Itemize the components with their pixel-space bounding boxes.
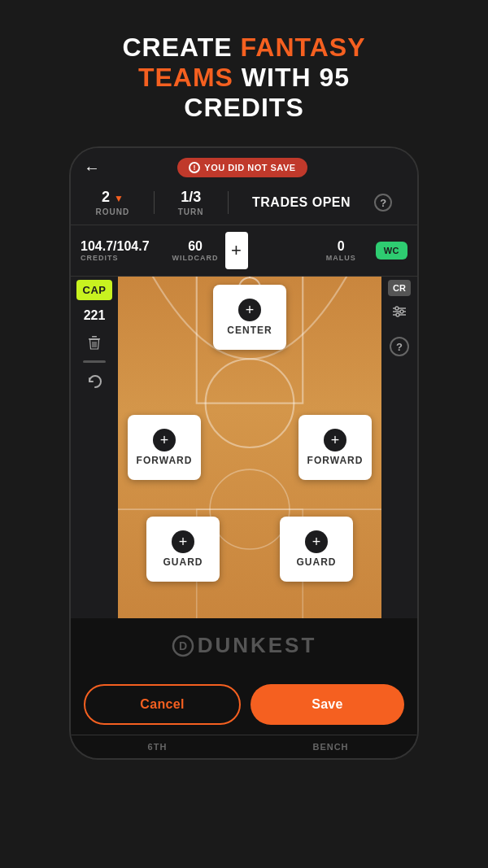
save-button[interactable]: Save xyxy=(251,684,404,725)
wildcard-label: WILDCARD xyxy=(172,254,219,262)
plus-wildcard-button[interactable]: + xyxy=(225,232,248,269)
top-bar: ← ! YOU DID NOT SAVE xyxy=(71,148,417,184)
forward-left-label: FORWARD xyxy=(137,455,193,466)
headline-credits: CREDITS xyxy=(184,93,303,122)
credits-row: 104.7/104.7 CREDITS 60 WILDCARD + 0 MALU… xyxy=(71,225,417,277)
forward-right-label: FORWARD xyxy=(307,455,364,466)
svg-point-8 xyxy=(395,307,399,310)
add-guard-right-icon: + xyxy=(305,530,328,553)
side-panel-right: CR ? xyxy=(381,277,417,360)
back-button[interactable]: ← xyxy=(84,159,100,177)
credits-block: 104.7/104.7 CREDITS xyxy=(81,239,150,262)
round-block: 2 ▼ ROUND xyxy=(96,189,130,216)
trades-open-label: TRADES OPEN xyxy=(252,195,351,210)
turn-label: TURN xyxy=(178,207,204,216)
wildcard-block: 60 WILDCARD xyxy=(172,239,219,262)
center-label: CENTER xyxy=(227,325,272,336)
warning-text: YOU DID NOT SAVE xyxy=(204,163,295,172)
player-card-guard-right[interactable]: + GUARD xyxy=(280,517,353,582)
help-circle-button[interactable]: ? xyxy=(390,337,409,356)
guard-left-label: GUARD xyxy=(163,556,203,568)
undo-button[interactable] xyxy=(81,369,107,395)
headline-fantasy: FANTASY xyxy=(241,33,366,62)
turn-block: 1/3 TURN xyxy=(178,189,204,216)
headline-with95: WITH 95 xyxy=(233,63,350,92)
basketball-court: + CENTER + FORWARD + FORWARD + GUARD + G xyxy=(118,277,381,618)
malus-label: MALUS xyxy=(326,254,356,262)
help-button[interactable]: ? xyxy=(374,194,392,212)
svg-rect-1 xyxy=(92,336,97,338)
wildcard-value: 60 xyxy=(188,239,203,254)
bar-divider xyxy=(83,360,106,363)
cap-number: 221 xyxy=(84,308,106,323)
add-forward-right-icon: + xyxy=(324,429,346,451)
wc-badge[interactable]: WC xyxy=(376,242,407,260)
phone-frame: ← ! YOU DID NOT SAVE 2 ▼ ROUND 1/3 TURN … xyxy=(69,146,419,760)
malus-value: 0 xyxy=(338,239,345,254)
credits-value: 104.7/104.7 xyxy=(81,239,150,254)
warning-icon: ! xyxy=(189,162,200,173)
delete-button[interactable] xyxy=(81,329,107,355)
add-forward-left-icon: + xyxy=(153,429,176,451)
headline-teams: TEAMS xyxy=(138,63,233,92)
bench-tabs: 6TH BENCH xyxy=(71,735,417,758)
player-card-guard-left[interactable]: + GUARD xyxy=(146,517,220,582)
dunkest-d-logo: D xyxy=(172,635,194,657)
headline: CREATE FANTASY TEAMS WITH 95 CREDITS xyxy=(122,33,365,122)
save-warning-banner: ! YOU DID NOT SAVE xyxy=(177,158,307,177)
tab-bench[interactable]: BENCH xyxy=(244,735,417,758)
dunkest-text: DUNKEST xyxy=(198,633,317,658)
filter-icon[interactable] xyxy=(390,303,408,324)
add-guard-left-icon: + xyxy=(172,530,194,553)
cancel-button[interactable]: Cancel xyxy=(84,684,241,725)
svg-text:D: D xyxy=(179,639,190,652)
tab-6th[interactable]: 6TH xyxy=(71,735,244,758)
svg-point-9 xyxy=(400,310,403,313)
round-label: ROUND xyxy=(96,207,130,216)
svg-point-10 xyxy=(396,313,399,316)
headline-create: CREATE xyxy=(122,33,240,62)
add-center-icon: + xyxy=(238,299,261,321)
turn-value: 1/3 xyxy=(181,189,201,206)
player-card-center[interactable]: + CENTER xyxy=(213,285,286,350)
divider-1 xyxy=(154,191,155,214)
round-value: 2 ▼ xyxy=(102,189,124,206)
guard-right-label: GUARD xyxy=(297,556,337,568)
court-container: CAP 221 CR xyxy=(71,277,417,618)
action-buttons: Cancel Save xyxy=(71,674,417,735)
stats-row: 2 ▼ ROUND 1/3 TURN TRADES OPEN ? xyxy=(71,184,417,225)
player-card-forward-left[interactable]: + FORWARD xyxy=(128,415,201,480)
malus-block: 0 MALUS xyxy=(326,239,356,262)
cap-badge: CAP xyxy=(76,280,113,300)
dunkest-logo: D DUNKEST xyxy=(71,618,417,674)
credits-label: CREDITS xyxy=(81,254,119,262)
side-panel-left: CAP 221 xyxy=(71,277,118,618)
cr-badge[interactable]: CR xyxy=(388,280,411,296)
divider-2 xyxy=(228,191,229,214)
player-card-forward-right[interactable]: + FORWARD xyxy=(298,415,372,480)
